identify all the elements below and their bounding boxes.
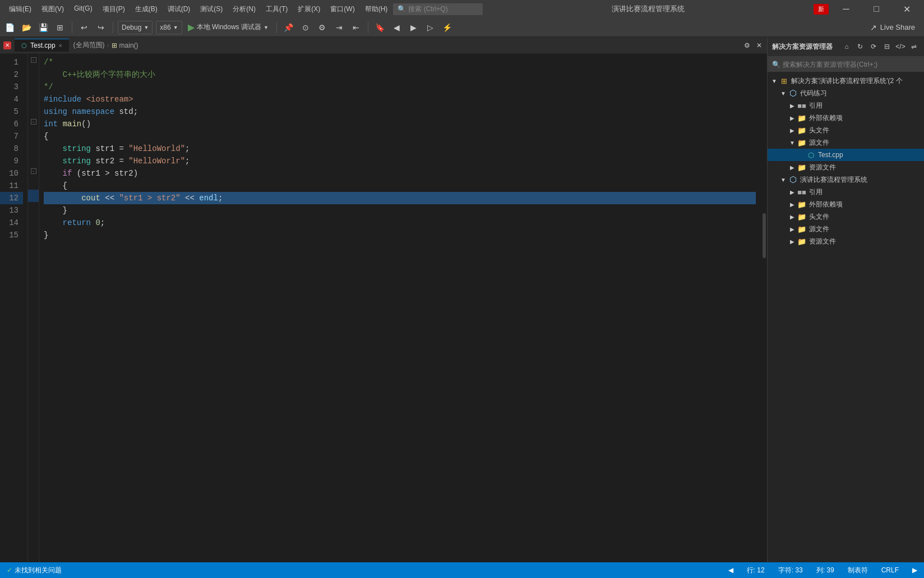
undo-button[interactable]: ↩ [77, 20, 91, 35]
tree-item-headers-1[interactable]: ▶ 📁 头文件 [768, 124, 924, 136]
menu-git[interactable]: Git(G) [70, 3, 97, 15]
save-all-button[interactable]: 💾 [36, 20, 50, 35]
status-col[interactable]: 列: 39 [814, 566, 837, 575]
code-editor[interactable]: /* C++比较两个字符串的大小 */ #include <iostream> … [39, 54, 760, 562]
debug-config-label: Debug [122, 24, 141, 31]
project-code-practice[interactable]: ▼ ⬡ 代码练习 [768, 87, 924, 99]
menu-build[interactable]: 生成(B) [131, 3, 162, 15]
solution-search-input[interactable] [783, 61, 920, 68]
status-text: 未找到相关问题 [15, 566, 62, 575]
maximize-button[interactable]: □ [863, 0, 889, 18]
debug-config-dropdown[interactable]: Debug ▼ [118, 21, 153, 34]
panel-arrow-icon[interactable]: ⇌ [908, 41, 920, 52]
resources1-label: 资源文件 [809, 163, 836, 172]
panel-home-icon[interactable]: ⌂ [841, 41, 852, 52]
panel-sync-icon[interactable]: ↻ [854, 41, 866, 52]
menu-window[interactable]: 窗口(W) [326, 3, 359, 15]
headers2-arrow: ▶ [788, 212, 797, 221]
tree-item-refs-2[interactable]: ▶ ■■ 引用 [768, 186, 924, 198]
project1-icon: ⬡ [788, 88, 798, 98]
editor-scrollbar[interactable] [760, 54, 767, 562]
redo-button[interactable]: ↪ [94, 20, 108, 35]
menu-analyze[interactable]: 分析(N) [228, 3, 260, 15]
code-line-6: int main() [44, 118, 756, 130]
tree-item-resources-2[interactable]: ▶ 📁 资源文件 [768, 235, 924, 247]
code-line-4: #include <iostream> [44, 93, 756, 105]
live-share-icon: ↗ [870, 23, 877, 32]
breakpoint-button[interactable]: ⊙ [298, 20, 313, 35]
menu-debug[interactable]: 调试(D) [163, 3, 195, 15]
toolbar-btn-8[interactable]: ▷ [423, 20, 438, 35]
tree-item-deps-2[interactable]: ▶ 📁 外部依赖项 [768, 198, 924, 210]
status-ok-item[interactable]: ✓ 未找到相关问题 [4, 566, 64, 575]
testcpp-label: Test.cpp [818, 151, 843, 159]
menu-tools[interactable]: 工具(T) [261, 3, 292, 15]
editor-nav: ✕ ⬡ Test.cpp × (全局范围) › ⊞ main() ⚙ ✕ [0, 37, 767, 54]
tab-close-icon[interactable]: × [59, 43, 62, 49]
editor-body[interactable]: 1 2 3 4 5 6 7 8 9 10 11 12 13 14 15 - [0, 54, 767, 562]
tab-button[interactable]: ⊞ [53, 20, 67, 35]
menu-project[interactable]: 项目(P) [98, 3, 130, 15]
code-line-8: string str1 = "HelloWorld"; [44, 143, 756, 155]
tree-item-headers-2[interactable]: ▶ 📁 头文件 [768, 210, 924, 223]
status-line[interactable]: 行: 12 [745, 566, 767, 575]
minimize-button[interactable]: ─ [833, 0, 859, 18]
menu-test[interactable]: 测试(S) [196, 3, 227, 15]
tree-item-sources-2[interactable]: ▶ 📁 源文件 [768, 223, 924, 235]
panel-title: 解决方案资源管理器 [772, 42, 833, 52]
solution-root[interactable]: ▼ ⊞ 解决方案'演讲比赛流程管理系统'(2 个 [768, 75, 924, 87]
main-area: ✕ ⬡ Test.cpp × (全局范围) › ⊞ main() ⚙ ✕ [0, 37, 924, 562]
status-char[interactable]: 字符: 33 [776, 566, 805, 575]
status-selection[interactable]: 制表符 [846, 566, 870, 575]
nav-next-button[interactable]: ▶ [406, 20, 421, 35]
project2-arrow: ▼ [779, 175, 788, 184]
toolbar: 📄 📂 💾 ⊞ ↩ ↪ Debug ▼ x86 ▼ ▶ 本地 Windows 调… [0, 18, 924, 37]
new-file-button[interactable]: 📄 [2, 20, 17, 35]
panel-settings-button[interactable]: ⚙ [741, 40, 752, 51]
menu-help[interactable]: 帮助(H) [361, 3, 392, 15]
code-line-14: return 0; [44, 217, 756, 229]
breadcrumb: (全局范围) › ⊞ main() [69, 40, 739, 50]
tree-item-test-cpp[interactable]: ▶ ⬡ Test.cpp [768, 149, 924, 161]
platform-dropdown[interactable]: x86 ▼ [156, 21, 182, 34]
menu-edit[interactable]: 编辑(E) [4, 3, 36, 15]
tree-item-refs-1[interactable]: ▶ ■■ 引用 [768, 99, 924, 112]
panel-close-button[interactable]: ✕ [754, 40, 765, 51]
sources1-icon: 📁 [797, 137, 807, 148]
tree-item-deps-1[interactable]: ▶ 📁 外部依赖项 [768, 112, 924, 124]
panel-code-icon[interactable]: </> [895, 41, 906, 52]
run-button[interactable]: ▶ 本地 Windows 调试器 ▼ [184, 21, 272, 34]
attach-button[interactable]: 📌 [281, 20, 296, 35]
title-controls: 新 ─ □ ✕ [814, 0, 920, 18]
scrollbar-thumb[interactable] [763, 213, 766, 258]
refs1-arrow: ▶ [788, 101, 797, 110]
panel-collapse-icon[interactable]: ⊟ [881, 41, 893, 52]
project-competition[interactable]: ▼ ⬡ 演讲比赛流程管理系统 [768, 173, 924, 186]
status-nav-right[interactable]: ▶ [910, 566, 920, 574]
editor-tab-test-cpp[interactable]: ⬡ Test.cpp × [15, 39, 69, 52]
toolbar-btn-4[interactable]: ⇥ [332, 20, 346, 35]
nav-prev-button[interactable]: ◀ [390, 20, 404, 35]
bookmark-button[interactable]: 🔖 [373, 20, 387, 35]
menu-view[interactable]: 视图(V) [37, 3, 68, 15]
code-line-10: if (str1 > str2) [44, 167, 756, 180]
code-line-15: } [44, 229, 756, 241]
step-button[interactable]: ⚙ [315, 20, 330, 35]
search-box[interactable]: 🔍 搜索 (Ctrl+Q) [393, 3, 483, 15]
open-file-button[interactable]: 📂 [19, 20, 34, 35]
panel-header-icons: ⌂ ↻ ⟳ ⊟ </> ⇌ [841, 41, 920, 52]
tree-item-resources-1[interactable]: ▶ 📁 资源文件 [768, 161, 924, 173]
menu-extensions[interactable]: 扩展(X) [293, 3, 325, 15]
status-nav-left[interactable]: ◀ [726, 566, 736, 574]
run-icon: ▶ [188, 22, 195, 33]
live-share-button[interactable]: ↗ Live Share [863, 21, 922, 34]
tree-item-sources-1[interactable]: ▼ 📁 源文件 [768, 136, 924, 149]
separator-1 [72, 22, 72, 33]
close-button[interactable]: ✕ [894, 0, 920, 18]
toolbar-btn-5[interactable]: ⇤ [349, 20, 363, 35]
panel-refresh-icon[interactable]: ⟳ [868, 41, 879, 52]
status-encoding[interactable]: CRLF [879, 566, 901, 574]
sources2-label: 源文件 [809, 224, 829, 234]
toolbar-btn-9[interactable]: ⚡ [440, 20, 455, 35]
close-panel-button[interactable]: ✕ [3, 42, 11, 49]
